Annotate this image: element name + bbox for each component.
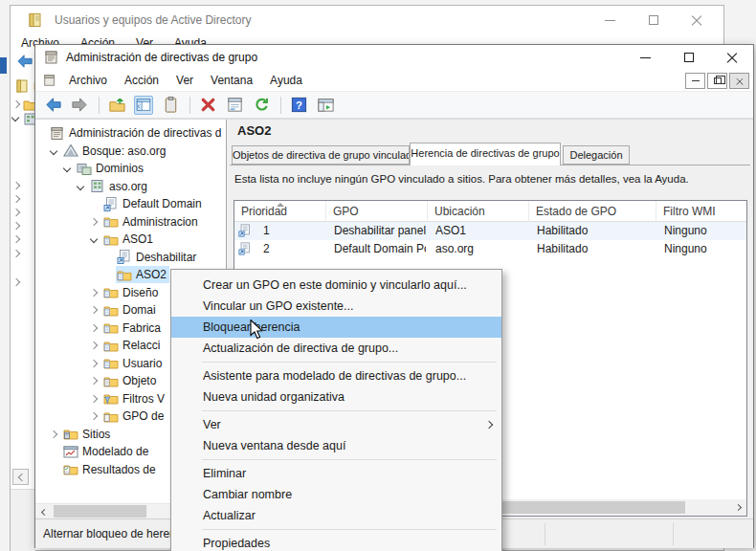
ou-icon [103, 303, 119, 318]
chevron-right-icon[interactable] [12, 250, 20, 257]
chevron-right-icon[interactable] [50, 430, 57, 437]
column-header-ubicacion[interactable]: Ubicación [428, 201, 529, 222]
menu-item-label: Nueva unidad organizativa [203, 390, 345, 404]
tab-objetos-de-directiva-de-grupo-vinculados[interactable]: Objetos de directiva de grupo vinculados [232, 145, 410, 165]
close-button[interactable] [675, 6, 718, 34]
tree-item-deshabilitar[interactable]: Deshabilitar [35, 249, 226, 266]
maximize-button[interactable] [667, 45, 710, 70]
tree-item-content: Objeto [102, 372, 159, 389]
tree-item-bosque-aso-org[interactable]: Bosque: aso.org [35, 143, 226, 160]
help-icon[interactable]: ? [289, 96, 308, 115]
chevron-right-icon[interactable] [12, 100, 20, 108]
tree-item-label: Dominios [96, 160, 144, 177]
menu-ver[interactable]: Ver [167, 70, 202, 91]
context-menu-item-bloquear-herencia[interactable]: Bloquear herencia [171, 317, 501, 338]
tree-item-aso-org[interactable]: aso.org [35, 178, 226, 195]
tree-item-label: Fabrica [122, 320, 161, 337]
delete-icon[interactable] [198, 96, 217, 115]
context-menu-item-nueva-unidad-organizativa[interactable]: Nueva unidad organizativa [171, 386, 501, 408]
scroll-left-button[interactable] [12, 469, 29, 485]
ou-icon [103, 356, 119, 370]
column-header-filtro-wmi[interactable]: Filtro WMI [656, 201, 748, 222]
gpm-menubar: ArchivoAcciónVerVentanaAyuda [35, 70, 753, 92]
minimize-button[interactable] [624, 45, 667, 70]
context-menu-item-asistente-para-modelado-de-directivas-de-grupo[interactable]: Asistente para modelado de directivas de… [171, 365, 501, 386]
context-menu-item-cambiar-nombre[interactable]: Cambiar nombre [171, 484, 501, 505]
chevron-down-icon[interactable] [90, 235, 98, 243]
context-menu-item-nueva-ventana-desde-aqui[interactable]: Nueva ventana desde aquí [171, 435, 501, 456]
context-menu-item-actualizar[interactable]: Actualizar [171, 505, 501, 526]
chevron-down-icon[interactable] [50, 146, 57, 154]
clipboard-icon[interactable] [161, 96, 180, 115]
chevron-down-icon[interactable] [63, 165, 71, 172]
chevron-right-icon[interactable] [90, 412, 98, 420]
tree-item-content: Administracion [102, 213, 201, 231]
chevron-down-icon[interactable] [11, 114, 19, 121]
column-header-gpo[interactable]: GPO [326, 201, 428, 222]
context-menu-item-crear-un-gpo-en-este-dominio-y-vincularlo-aqui[interactable]: Crear un GPO en este dominio y vincularl… [171, 275, 501, 296]
toolbar-separator [189, 97, 190, 114]
chevron-right-icon[interactable] [90, 323, 98, 331]
gpo-link-icon [117, 250, 132, 264]
menu-item-label: Vincular un GPO existente... [203, 299, 354, 313]
menu-archivo[interactable]: Archivo [60, 70, 116, 91]
chevron-right-icon[interactable] [12, 195, 20, 203]
chevron-right-icon[interactable] [90, 288, 98, 296]
ad-window-titlebar[interactable]: Usuarios y equipos de Active Directory [11, 6, 723, 34]
context-menu-item-propiedades[interactable]: Propiedades [171, 533, 501, 551]
context-menu-item-actualizacion-de-directiva-de-grupo[interactable]: Actualización de directiva de grupo... [171, 338, 501, 359]
mdi-minimize-button[interactable] [685, 73, 705, 89]
context-menu-item-vincular-un-gpo-existente[interactable]: Vincular un GPO existente... [171, 296, 501, 317]
new-window-icon[interactable] [316, 96, 335, 115]
tree-item-administracion[interactable]: Administracion [35, 213, 226, 231]
menu-accion[interactable]: Acción [116, 70, 167, 91]
context-menu-item-ver[interactable]: Ver [171, 414, 501, 435]
table-row[interactable]: 2Default Domain Po...aso.orgHabilitadoNi… [234, 240, 746, 258]
chevron-right-icon[interactable] [90, 342, 98, 349]
gpm-window-titlebar[interactable]: Administración de directivas de grupo [35, 45, 753, 70]
maximize-button[interactable] [632, 6, 675, 34]
refresh-icon[interactable] [252, 96, 271, 115]
mdi-close-button[interactable] [729, 73, 749, 89]
tab-strip: Objetos de directiva de grupo vinculados… [230, 143, 753, 165]
table-row[interactable]: 1Deshabilitar panel ...ASO1HabilitadoNin… [234, 222, 746, 240]
back-icon[interactable] [43, 96, 62, 115]
menu-ventana[interactable]: Ventana [202, 70, 261, 91]
scroll-left-button[interactable] [36, 504, 53, 518]
tree-item-default-domain[interactable]: Default Domain [35, 195, 226, 212]
tree-item-content: Bosque: aso.org [62, 143, 168, 160]
up-one-level-icon[interactable] [107, 96, 126, 115]
show-console-tree-icon[interactable] [134, 96, 153, 115]
domains-icon [77, 162, 92, 176]
chevron-right-icon[interactable] [90, 306, 98, 314]
tab-delegacion[interactable]: Delegación [563, 145, 630, 165]
chevron-right-icon[interactable] [90, 217, 98, 225]
tree-item-administracion-de-directivas-d[interactable]: Administración de directivas d [35, 124, 226, 142]
chevron-right-icon[interactable] [12, 182, 20, 189]
close-button[interactable] [710, 45, 753, 70]
column-header-estado-de-gpo[interactable]: Estado de GPO [529, 201, 656, 222]
chevron-right-icon[interactable] [12, 278, 20, 286]
scrollbar-thumb[interactable] [54, 505, 146, 518]
chevron-down-icon[interactable] [77, 182, 84, 189]
scroll-right-button[interactable] [730, 499, 746, 515]
mdi-restore-button[interactable] [707, 73, 727, 89]
tree-item-dominios[interactable]: Dominios [35, 160, 226, 177]
chevron-right-icon[interactable] [90, 377, 98, 385]
minimize-button[interactable] [589, 6, 632, 34]
chevron-right-icon[interactable] [12, 222, 20, 230]
chevron-right-icon[interactable] [90, 394, 98, 402]
chevron-right-icon[interactable] [12, 235, 20, 243]
toolbar-separator [280, 97, 281, 114]
properties-icon[interactable] [225, 96, 244, 115]
status-text: Alternar bloqueo de heren [43, 527, 176, 540]
tab-herencia-de-directivas-de-grupo[interactable]: Herencia de directivas de grupo [410, 143, 561, 165]
back-icon[interactable] [14, 54, 35, 73]
tree-item-aso1[interactable]: ASO1 [35, 231, 226, 248]
menu-ayuda[interactable]: Ayuda [261, 70, 311, 91]
chevron-right-icon[interactable] [90, 359, 98, 366]
chevron-right-icon[interactable] [12, 209, 20, 216]
context-menu-item-eliminar[interactable]: Eliminar [171, 463, 501, 484]
menu-item-label: Nueva ventana desde aquí [203, 439, 345, 452]
forward-icon[interactable] [70, 96, 89, 115]
